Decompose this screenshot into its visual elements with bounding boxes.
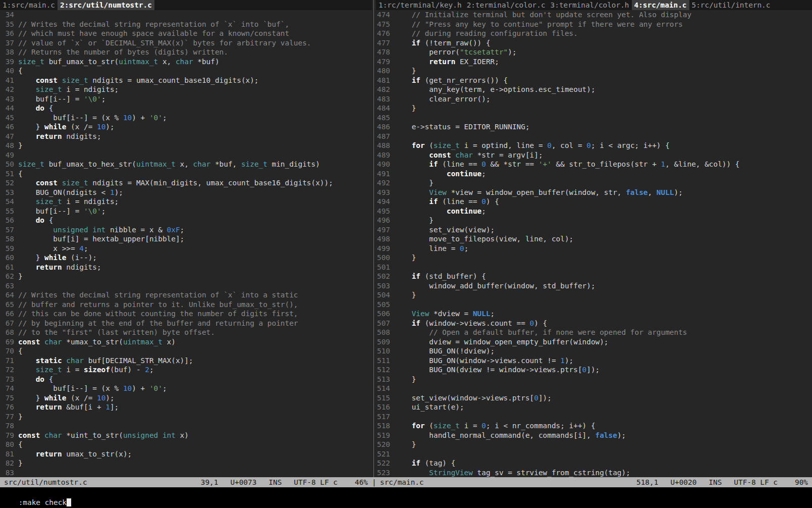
code-line[interactable]: 508 // Open a default buffer, if none we… [376,328,812,337]
code-line[interactable]: 513 } [376,375,812,384]
code-line[interactable]: 520 } [376,440,812,449]
code-line[interactable]: 487 [376,132,812,141]
code-line[interactable]: 78 [0,421,372,431]
code-line[interactable]: 75 } while (x /= 10); [0,393,372,403]
code-line[interactable]: 49 [0,150,372,160]
code-line[interactable]: 512 BUG_ON(dview != window->views.ptrs[0… [376,365,812,375]
code-line[interactable]: 80{ [0,440,372,449]
code-line[interactable]: 48} [0,141,372,150]
code-line[interactable]: 505 [376,300,812,310]
code-line[interactable]: 502 if (std_buffer) { [376,272,812,281]
code-line[interactable]: 54 size_t i = ndigits; [0,197,372,207]
code-line[interactable]: 511 BUG_ON(window->views.count != 1); [376,356,812,366]
code-line[interactable]: 66// this can be done without counting t… [0,309,372,319]
code-line[interactable]: 72 size_t i = sizeof(buf) - 2; [0,365,372,375]
code-line[interactable]: 489 const char *str = argv[i]; [376,150,812,160]
code-line[interactable]: 509 dview = window_open_empty_buffer(win… [376,337,812,347]
code-line[interactable]: 523 StringView tag_sv = strview_from_cst… [376,468,812,478]
code-area-left[interactable]: 3435// Writes the decimal string represe… [0,10,372,477]
code-line[interactable]: 39size_t buf_umax_to_str(uintmax_t x, ch… [0,57,372,67]
code-line[interactable]: 500 } [376,253,812,263]
code-line[interactable]: 519 handle_normal_command(e, commands[i]… [376,431,812,440]
code-line[interactable]: 46 } while (x /= 10); [0,122,372,132]
code-line[interactable]: 522 if (tag) { [376,459,812,468]
code-line[interactable]: 82} [0,459,372,468]
code-line[interactable]: 71 static char buf[DECIMAL_STR_MAX(x)]; [0,356,372,366]
code-line[interactable]: 477 if (!term_raw()) { [376,38,812,48]
code-line[interactable]: 499 line = 0; [376,244,812,253]
code-line[interactable]: 514 [376,384,812,393]
code-line[interactable]: 35// Writes the decimal string represent… [0,20,372,29]
code-line[interactable]: 67// by beginning at the end of the buff… [0,319,372,328]
code-line[interactable]: 57 unsigned int nibble = x & 0xF; [0,225,372,235]
code-line[interactable]: 56 do { [0,216,372,225]
code-line[interactable]: 488 for (size_t i = optind, line = 0, co… [376,141,812,150]
tab-item[interactable]: 1:rc/terminal/key.h [376,0,464,10]
code-line[interactable]: 517 [376,412,812,422]
tab-item[interactable]: 5:rc/util/intern.c [689,0,773,10]
code-line[interactable]: 521 [376,449,812,459]
code-line[interactable]: 474 // Initialize terminal but don't upd… [376,10,812,20]
code-line[interactable]: 491 continue; [376,169,812,179]
code-line[interactable]: 44 do { [0,104,372,113]
code-line[interactable]: 51{ [0,169,372,179]
code-line[interactable]: 34 [0,10,372,20]
tab-item[interactable]: 1:src/main.c [0,0,58,10]
code-line[interactable]: 515 set_view(window->views.ptrs[0]); [376,393,812,403]
code-line[interactable]: 59 x >>= 4; [0,244,372,253]
code-line[interactable]: 53 BUG_ON(ndigits < 1); [0,188,372,197]
code-line[interactable]: 73 do { [0,375,372,384]
code-line[interactable]: 497 set_view(view); [376,225,812,235]
tab-item[interactable]: 2:src/util/numtostr.c [58,0,154,10]
code-line[interactable]: 70{ [0,346,372,356]
code-line[interactable]: 481 if (get_nr_errors()) { [376,76,812,85]
code-line[interactable]: 490 if (line == 0 && *str == '+' && str_… [376,160,812,169]
code-line[interactable]: 77} [0,412,372,422]
code-line[interactable]: 504 } [376,290,812,300]
code-line[interactable]: 42 size_t i = ndigits; [0,85,372,94]
code-line[interactable]: 503 window_add_buffer(window, std_buffer… [376,281,812,291]
code-line[interactable]: 64// Writes the decimal string represent… [0,290,372,300]
code-line[interactable]: 37// value of `x` or `DECIMAL_STR_MAX(x)… [0,38,372,48]
code-line[interactable]: 518 for (size_t i = 0; i < nr_commands; … [376,421,812,431]
code-line[interactable]: 495 continue; [376,207,812,216]
command-input[interactable]: :make check [19,498,67,506]
code-line[interactable]: 507 if (window->views.count == 0) { [376,319,812,328]
code-line[interactable]: 83 [0,468,372,478]
code-line[interactable]: 478 perror("tcsetattr"); [376,47,812,57]
code-area-right[interactable]: 474 // Initialize terminal but don't upd… [376,10,812,477]
code-line[interactable]: 38// Returns the number of bytes (digits… [0,47,372,57]
code-line[interactable]: 485 [376,113,812,123]
code-line[interactable]: 55 buf[i--] = '\0'; [0,207,372,216]
command-line[interactable]: :make check [0,487,812,508]
code-line[interactable]: 41 const size_t ndigits = umax_count_bas… [0,76,372,85]
code-line[interactable]: 60 } while (i--); [0,253,372,263]
tab-item[interactable]: 2:terminal/color.c [464,0,548,10]
code-line[interactable]: 480 } [376,66,812,76]
code-line[interactable]: 47 return ndigits; [0,132,372,141]
code-line[interactable]: 516 ui_start(e); [376,402,812,412]
code-line[interactable]: 61 return ndigits; [0,263,372,272]
code-line[interactable]: 484 } [376,104,812,113]
code-line[interactable]: 79const char *uint_to_str(unsigned int x… [0,431,372,440]
code-line[interactable]: 492 } [376,178,812,188]
code-line[interactable]: 476 // during reading configuration file… [376,29,812,38]
code-line[interactable]: 43 buf[i--] = '\0'; [0,94,372,104]
code-line[interactable]: 483 clear_error(); [376,94,812,104]
code-line[interactable]: 58 buf[i] = hextab_upper[nibble]; [0,234,372,244]
code-line[interactable]: 482 any_key(term, e->options.esc_timeout… [376,85,812,94]
code-line[interactable]: 40{ [0,66,372,76]
code-line[interactable]: 76 return &buf[i + 1]; [0,402,372,412]
tab-item[interactable]: 3:terminal/color.h [548,0,632,10]
code-line[interactable]: 486 e->status = EDITOR_RUNNING; [376,122,812,132]
code-line[interactable]: 68// to the "first" (last written) byte … [0,328,372,337]
code-line[interactable]: 36// which must have enough space availa… [0,29,372,38]
tab-item[interactable]: 4:src/main.c [632,0,689,10]
code-line[interactable]: 475 // "Press any key to continue" promp… [376,20,812,29]
code-line[interactable]: 63 [0,281,372,291]
code-line[interactable]: 501 [376,263,812,272]
code-line[interactable]: 494 if (line == 0) { [376,197,812,207]
code-line[interactable]: 50size_t buf_umax_to_hex_str(uintmax_t x… [0,160,372,169]
code-line[interactable]: 510 BUG_ON(!dview); [376,346,812,356]
code-line[interactable]: 69const char *umax_to_str(uintmax_t x) [0,337,372,347]
